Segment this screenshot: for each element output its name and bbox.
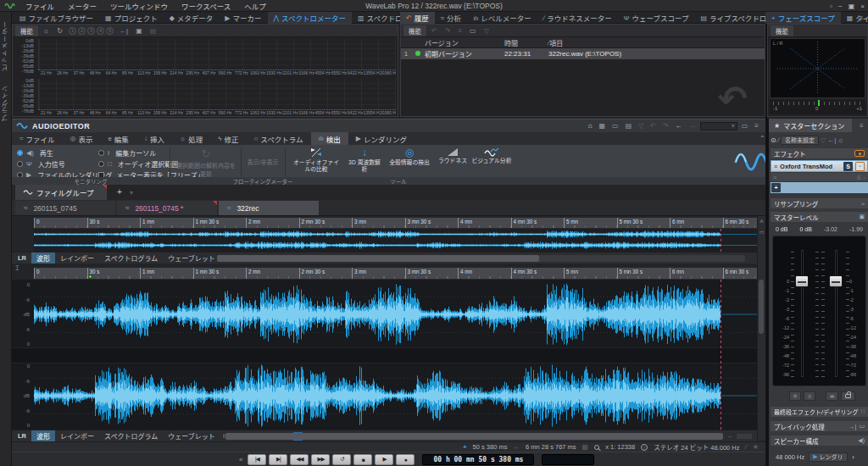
preset-button[interactable]: 1 (69, 27, 76, 35)
lock-button[interactable] (841, 391, 855, 401)
home-icon[interactable]: ⌂ (588, 122, 593, 130)
history-row[interactable]: 1 初期バージョン 22:23:31 322rec.wav (E:\TOPOS) (401, 48, 765, 59)
overview-wave-area[interactable] (34, 229, 757, 252)
solo-button[interactable]: S (843, 162, 853, 171)
overview-scrollbar-thumb[interactable] (217, 255, 539, 262)
transport-button[interactable]: |◀ (248, 454, 266, 465)
edit-cursor-indicator-icon[interactable]: ⌶ (15, 264, 19, 273)
fader-track-right[interactable] (835, 250, 837, 377)
column-item[interactable]: 項目 (549, 38, 563, 47)
file-tab-260115-0745[interactable]: ≈260115_0745 (15, 201, 115, 215)
effect-slot-2[interactable]: ≡ S ▫ (771, 173, 868, 181)
file-tab-322rec[interactable]: ≈322rec (219, 201, 319, 215)
gear-icon[interactable]: ☼ (43, 27, 49, 35)
half-wave-icon[interactable]: ◗ (852, 453, 856, 461)
preset-button[interactable]: 名称未設定 (781, 136, 819, 145)
filegroup-tab[interactable]: ファイルグループ (15, 185, 107, 200)
caret-down-icon[interactable]: ▾ (130, 189, 133, 197)
grid-icon[interactable]: ▦ (582, 443, 589, 451)
transport-button[interactable]: ▶▶ (311, 454, 330, 465)
audio-format[interactable]: ステレオ 24 ビット 48.000 Hz (654, 442, 739, 452)
master-section-tab[interactable]: ★ マスターセクション (769, 119, 852, 132)
undo-icon[interactable]: ↶ (650, 122, 656, 130)
grid-icon[interactable]: ▦ (599, 122, 606, 130)
power-icon[interactable]: ⊙ (771, 136, 776, 144)
collapse-ribbon-icon[interactable]: ⌃ (760, 135, 765, 142)
file-length[interactable]: 6 mn 28 s 767 ms (526, 443, 576, 451)
save-icon[interactable]: ▽ (638, 122, 643, 130)
master-fader-right[interactable] (829, 275, 843, 287)
effect-slot-1[interactable]: ≡ Oxford TransMod S ▫ (771, 160, 868, 172)
redo-icon[interactable]: ↷ (663, 122, 669, 130)
menu-item[interactable]: ツールウィンドウ (103, 0, 175, 12)
window-control-button[interactable]: ▫ (830, 3, 832, 10)
view-tab-spectrogram[interactable]: スペクトログラム (99, 252, 163, 264)
effects-header[interactable]: エフェクト (771, 148, 868, 158)
menu-icon[interactable]: ≡ (860, 122, 864, 130)
magnet-icon[interactable]: A (760, 219, 763, 224)
view-tab-waveform[interactable]: 波形 (31, 430, 55, 441)
transport-button[interactable]: ■ (353, 454, 372, 465)
overview-ruler[interactable]: 030 s1 mn1 mn 30 s2 mn2 mn 30 s3 mn3 mn … (34, 218, 757, 229)
transport-button[interactable]: ▶| (269, 454, 287, 465)
main-scrollbar[interactable] (225, 433, 723, 440)
tab-spectrometer[interactable]: ⋀スペクトロメーター (268, 12, 352, 24)
refresh-icon[interactable]: ↻ (57, 27, 63, 35)
playback-processing-header[interactable]: プレイバック処理 →| ▭ (771, 421, 868, 431)
show-hide-button[interactable]: 表示/非表示 (243, 155, 282, 169)
master-fader-left[interactable] (795, 275, 809, 287)
resampling-header[interactable]: リサンプリング ≈ (771, 198, 868, 208)
slot-bypass-button[interactable]: ▫ (855, 162, 865, 171)
add-tab-button[interactable]: + (117, 187, 122, 197)
panel-icon[interactable]: ▭ (760, 229, 765, 235)
menu-icon[interactable]: ≡ (755, 14, 760, 22)
tool-global-analysis[interactable]: ◎ 全般情報の検出 (385, 147, 434, 177)
tab-analysis[interactable]: ≈分析 (435, 12, 467, 24)
rtab-analyze[interactable]: ılı検出 (311, 132, 348, 145)
menu-icon[interactable]: ≡ (458, 27, 462, 35)
vertical-scrollbar-thumb[interactable] (759, 280, 764, 334)
tab-file-browser[interactable]: ▤ファイルブラウザー (14, 12, 99, 24)
option-audio-selection[interactable]: □ オーディオ選択範囲 (98, 158, 178, 169)
fader-track-left[interactable] (801, 250, 804, 377)
functions-button[interactable]: 機能 (15, 25, 38, 36)
rtab-correct[interactable]: ϟ修正 (210, 132, 246, 145)
menu-item[interactable]: ワークスペース (175, 0, 237, 12)
zoom-factor[interactable]: x 1: 12338 (605, 443, 635, 451)
view-tab-wavelet[interactable]: ウェーブレット (163, 252, 220, 264)
export-icon[interactable]: ▤ (150, 27, 157, 35)
column-version[interactable]: バージョン (401, 38, 504, 47)
channel-selector[interactable]: LR (14, 432, 30, 440)
tab-metadata[interactable]: ◆メタデータ (164, 12, 220, 24)
panel-icon[interactable]: ▭ (612, 122, 619, 130)
rtab-file[interactable]: ≈ファイル (12, 132, 62, 145)
transport-button[interactable]: ▶ (375, 454, 393, 465)
master-level-header[interactable]: マスターレベル ▣ (771, 212, 868, 222)
menu-icon[interactable]: ≡ (391, 14, 395, 22)
pen-icon[interactable]: ∕ (778, 136, 779, 144)
snapshot-icon[interactable]: ▣ (136, 27, 142, 35)
pen-icon[interactable]: ∕ (745, 443, 746, 451)
functions-button[interactable]: 機能 (403, 25, 426, 36)
move-cursor-icon[interactable]: + (463, 443, 466, 451)
window-control-button[interactable]: − (838, 3, 843, 10)
overview-waveform-right[interactable] (34, 241, 757, 250)
main-ruler[interactable]: 030 s1 mn1 mn 30 s2 mn2 mn 30 s3 mn3 mn … (34, 268, 757, 280)
overview-waveform-left[interactable] (34, 230, 757, 239)
minimize-ribbon-icon[interactable]: ▭ (742, 122, 748, 130)
droplet-button[interactable]: ○ (804, 391, 815, 401)
redo-icon[interactable]: ↷ (445, 27, 451, 35)
menu-item[interactable]: ヘルプ (237, 0, 273, 12)
menu-item[interactable]: メーター (61, 0, 103, 12)
waveform-right-channel[interactable] (34, 363, 757, 428)
column-time[interactable]: 時間 (504, 38, 548, 47)
playback-anchor-marker[interactable] (88, 275, 92, 279)
window-control-button[interactable]: ▣ (849, 3, 855, 10)
collapse-transport-icon[interactable]: « (239, 456, 242, 463)
menu-item[interactable]: ファイル (19, 0, 61, 12)
zoom-slider[interactable] (737, 434, 752, 439)
speaker-config-header[interactable]: スピーカー構成 ◀) (771, 435, 868, 446)
preset-button[interactable]: 2 (78, 27, 86, 35)
overview-scrollbar[interactable] (217, 255, 745, 262)
forward-icon[interactable]: → (689, 122, 696, 130)
